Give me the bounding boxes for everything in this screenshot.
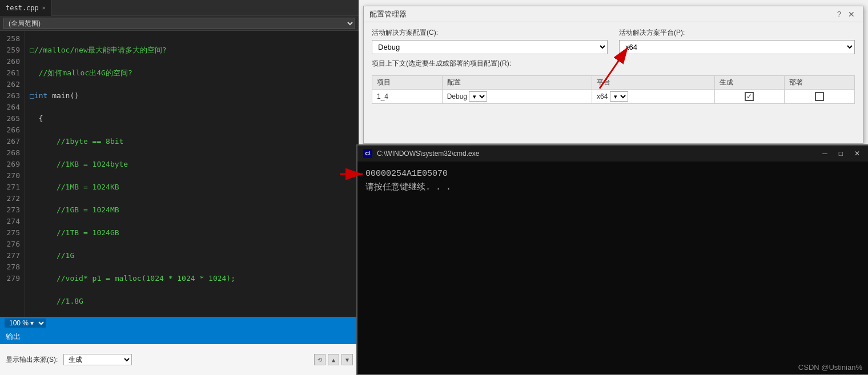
cmd-close-icon[interactable]: ✕ — [851, 150, 863, 158]
deploy-checkbox[interactable] — [789, 92, 850, 101]
context-label: 项目上下文(选定要生成或部署的项目配置)(R): — [372, 59, 855, 68]
active-config-select[interactable]: Debug — [372, 40, 608, 54]
cmd-icon-label: C\ — [365, 151, 371, 156]
active-platform-select[interactable]: x64 — [619, 40, 855, 54]
config-mini-select[interactable]: ▾ — [469, 91, 487, 102]
output-icon-btn-1[interactable]: ⟲ — [314, 354, 326, 365]
csdn-watermark: CSDN @Ustinian% — [798, 363, 862, 372]
platform-mini-select[interactable]: ▾ — [610, 91, 628, 102]
output-title: 输出 — [0, 329, 359, 344]
col-header-deploy: 部署 — [785, 76, 855, 90]
build-check-box-inner[interactable]: ✓ — [745, 92, 754, 101]
dialog-top-row: 活动解决方案配置(C): Debug 活动解决方案平台(P): x64 — [372, 28, 855, 54]
output-panel: 输出 显示输出来源(S): 生成 ⟲ ▲ ▼ — [0, 329, 359, 375]
tab-close-icon[interactable]: ✕ — [42, 5, 46, 11]
cmd-window: C\ C:\WINDOWS\system32\cmd.exe ─ □ ✕ 000… — [356, 144, 868, 375]
active-config-label: 活动解决方案配置(C): — [372, 28, 608, 38]
deploy-check-box-inner[interactable] — [815, 92, 824, 101]
col-header-config: 配置 — [442, 76, 592, 90]
tab-bar: test.cpp ✕ — [0, 0, 359, 16]
build-checkbox[interactable]: ✓ — [720, 92, 780, 101]
editor-tab-test-cpp[interactable]: test.cpp ✕ — [0, 0, 52, 16]
cmd-output-line2: 请按任意键继续. . . — [365, 181, 861, 195]
table-row: 1_4 Debug ▾ x64 ▾ — [372, 90, 855, 104]
dialog-title-text: 配置管理器 — [369, 9, 837, 19]
active-platform-field: 活动解决方案平台(P): x64 — [619, 28, 855, 54]
cell-platform: x64 ▾ — [592, 90, 715, 104]
project-table: 项目 配置 平台 生成 部署 1_4 Debug ▾ — [372, 75, 855, 104]
cmd-output-line1: 00000254A1E05070 — [365, 167, 861, 181]
scope-bar: (全局范围) — [0, 16, 359, 31]
cmd-maximize-icon[interactable]: □ — [835, 150, 846, 158]
scope-dropdown[interactable]: (全局范围) — [3, 18, 355, 29]
tab-label: test.cpp — [6, 4, 39, 12]
cmd-title-text: C:\WINDOWS\system32\cmd.exe — [377, 150, 814, 158]
zoom-bar: 100 % ▾ — [0, 317, 359, 329]
dialog-titlebar: 配置管理器 ? ✕ — [364, 6, 863, 22]
config-dialog: 配置管理器 ? ✕ 活动解决方案配置(C): Debug 活动解决方案平台(P)… — [363, 6, 863, 144]
cell-deploy[interactable] — [785, 90, 855, 104]
output-content: 显示输出来源(S): 生成 ⟲ ▲ ▼ — [0, 344, 359, 375]
output-icons: ⟲ ▲ ▼ — [314, 354, 353, 365]
dialog-close-button[interactable]: ✕ — [846, 9, 857, 20]
cmd-body: 00000254A1E05070 请按任意键继续. . . — [357, 162, 868, 374]
active-platform-label: 活动解决方案平台(P): — [619, 28, 855, 38]
col-header-project: 项目 — [372, 76, 443, 90]
output-icon-btn-3[interactable]: ▼ — [341, 354, 353, 365]
cmd-minimize-icon[interactable]: ─ — [819, 150, 831, 158]
active-config-field: 活动解决方案配置(C): Debug — [372, 28, 608, 54]
cmd-titlebar: C\ C:\WINDOWS\system32\cmd.exe ─ □ ✕ — [357, 146, 868, 162]
col-header-platform: 平台 — [592, 76, 715, 90]
dialog-help-icon[interactable]: ? — [837, 10, 841, 18]
output-source-select[interactable]: 生成 — [63, 354, 132, 365]
cell-project: 1_4 — [372, 90, 443, 104]
cell-build[interactable]: ✓ — [714, 90, 785, 104]
output-title-label: 输出 — [6, 332, 21, 342]
cmd-icon: C\ — [363, 149, 372, 158]
output-source-label: 显示输出来源(S): — [6, 355, 58, 365]
col-header-build: 生成 — [714, 76, 785, 90]
cell-config: Debug ▾ — [442, 90, 592, 104]
zoom-select[interactable]: 100 % ▾ — [5, 318, 46, 328]
dialog-body: 活动解决方案配置(C): Debug 活动解决方案平台(P): x64 项目上下… — [364, 22, 863, 143]
output-icon-btn-2[interactable]: ▲ — [328, 354, 339, 365]
